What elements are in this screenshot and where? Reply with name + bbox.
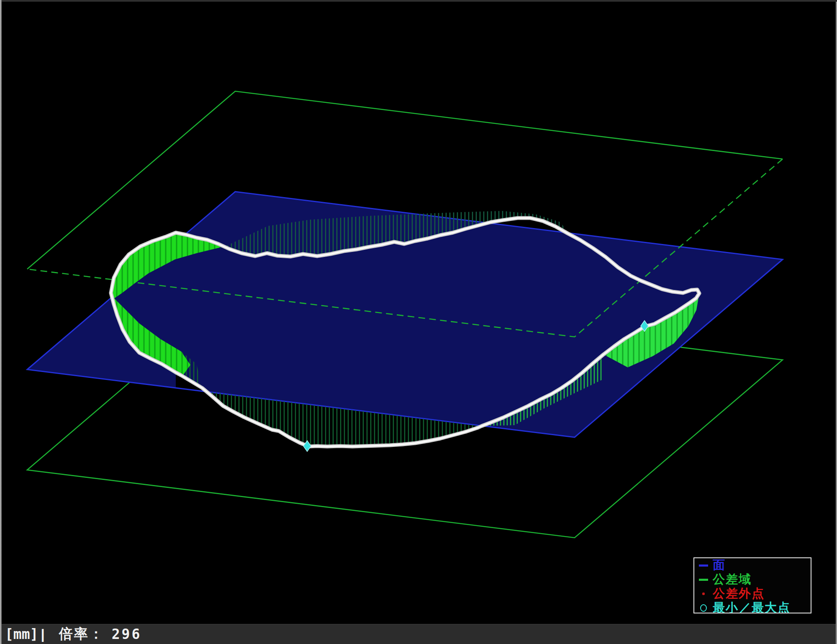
out-of-tolerance-dot-icon: [694, 593, 713, 595]
legend-item-surface: 面: [694, 558, 811, 572]
status-zoom-value: 296: [112, 626, 142, 642]
flatness-3d-plot[interactable]: [0, 0, 837, 644]
legend-label-min-max: 最小／最大点: [713, 600, 791, 613]
legend: 面 公差域 公差外点 最小／最大点: [693, 557, 811, 613]
window-border-left: [0, 0, 2, 644]
min-max-circle-icon: [694, 604, 713, 612]
surface-line-icon: [694, 564, 713, 567]
legend-item-min-max: 最小／最大点: [694, 601, 811, 613]
legend-item-tolerance-zone: 公差域: [694, 572, 811, 587]
status-zoom-label: 倍率：: [59, 625, 104, 644]
status-units: [mm]: [5, 626, 38, 642]
status-separator: |: [41, 626, 44, 642]
window-border-top: [0, 0, 837, 2]
flatness-measurement-window: 面 公差域 公差外点 最小／最大点 [mm] | 倍率： 296: [0, 0, 837, 644]
legend-item-out-of-tolerance: 公差外点: [694, 587, 811, 601]
status-bar: [mm] | 倍率： 296: [0, 624, 837, 644]
tolerance-line-icon: [694, 579, 713, 581]
